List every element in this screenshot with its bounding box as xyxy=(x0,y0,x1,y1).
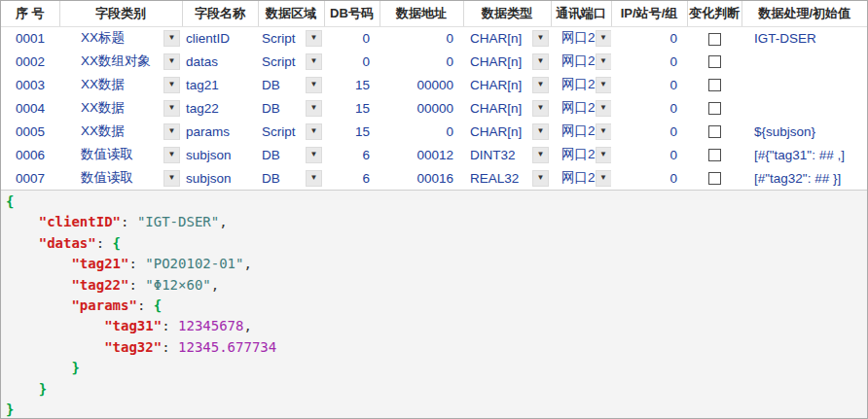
data-type-select[interactable]: CHAR[n]▼ xyxy=(463,50,551,73)
field-category-select[interactable]: XX数据▼ xyxy=(59,96,182,120)
db-number-cell[interactable]: 15 xyxy=(324,96,380,120)
field-name-cell[interactable]: subjson xyxy=(182,143,258,166)
field-name-cell[interactable]: tag21 xyxy=(182,73,258,96)
db-number-cell[interactable]: 6 xyxy=(324,166,380,190)
dropdown-arrow-icon[interactable]: ▼ xyxy=(532,100,549,117)
change-checkbox[interactable] xyxy=(708,33,721,46)
dropdown-arrow-icon[interactable]: ▼ xyxy=(596,100,611,117)
ip-station-cell[interactable]: 0 xyxy=(611,73,687,96)
dropdown-arrow-icon[interactable]: ▼ xyxy=(163,100,180,117)
ip-station-cell[interactable]: 0 xyxy=(611,26,687,50)
comm-port-select[interactable]: 网口2▼ xyxy=(551,26,611,50)
data-address-cell[interactable]: 00012 xyxy=(380,143,463,166)
dropdown-arrow-icon[interactable]: ▼ xyxy=(596,77,611,93)
change-checkbox[interactable] xyxy=(708,55,721,68)
dropdown-arrow-icon[interactable]: ▼ xyxy=(163,30,180,47)
init-value-cell[interactable] xyxy=(741,73,867,96)
dropdown-arrow-icon[interactable]: ▼ xyxy=(163,53,180,70)
data-type-select[interactable]: REAL32▼ xyxy=(463,166,551,190)
init-value-cell[interactable]: [#"tag32": ## }] xyxy=(741,166,867,190)
field-category-select[interactable]: XX数据▼ xyxy=(59,73,182,96)
ip-station-cell[interactable]: 0 xyxy=(611,50,687,73)
ip-station-cell[interactable]: 0 xyxy=(611,120,687,143)
dropdown-arrow-icon[interactable]: ▼ xyxy=(306,123,322,140)
dropdown-arrow-icon[interactable]: ▼ xyxy=(163,77,180,93)
field-category-select[interactable]: XX数据▼ xyxy=(59,120,182,143)
comm-port-select[interactable]: 网口2▼ xyxy=(551,50,611,73)
data-address-cell[interactable]: 00000 xyxy=(380,96,463,120)
dropdown-arrow-icon[interactable]: ▼ xyxy=(532,123,549,140)
data-address-cell[interactable]: 0 xyxy=(380,50,463,73)
dropdown-arrow-icon[interactable]: ▼ xyxy=(532,77,549,93)
json-line: "tag21": "PO20102-01", xyxy=(6,254,867,274)
field-name-cell[interactable]: params xyxy=(182,120,258,143)
data-area-select[interactable]: DB▼ xyxy=(258,143,324,166)
data-area-select[interactable]: DB▼ xyxy=(258,73,324,96)
change-checkbox[interactable] xyxy=(708,125,721,138)
ip-station-cell[interactable]: 0 xyxy=(611,143,687,166)
db-number-cell[interactable]: 15 xyxy=(324,73,380,96)
data-address-cell[interactable]: 00000 xyxy=(380,73,463,96)
field-category-select[interactable]: XX数组对象▼ xyxy=(59,50,182,73)
dropdown-arrow-icon[interactable]: ▼ xyxy=(163,123,180,140)
change-checkbox[interactable] xyxy=(708,102,721,115)
data-area-select[interactable]: DB▼ xyxy=(258,166,324,190)
change-checkbox[interactable] xyxy=(708,149,721,161)
comm-port-select[interactable]: 网口2▼ xyxy=(551,143,611,166)
init-value-cell[interactable] xyxy=(741,96,867,120)
ip-station-cell[interactable]: 0 xyxy=(611,96,687,120)
dropdown-arrow-icon[interactable]: ▼ xyxy=(532,30,549,47)
field-name-cell[interactable]: subjson xyxy=(182,166,258,190)
db-number-cell[interactable]: 0 xyxy=(324,26,380,50)
ip-station-cell[interactable]: 0 xyxy=(611,166,687,190)
json-token-b: } xyxy=(39,381,47,397)
change-checkbox[interactable] xyxy=(708,79,721,91)
db-number-cell[interactable]: 0 xyxy=(324,50,380,73)
dropdown-arrow-icon[interactable]: ▼ xyxy=(306,147,322,163)
data-area-select[interactable]: Script▼ xyxy=(258,120,324,143)
data-area-select[interactable]: DB▼ xyxy=(258,96,324,120)
data-type-select[interactable]: CHAR[n]▼ xyxy=(463,26,551,50)
change-checkbox[interactable] xyxy=(708,172,721,185)
data-address-cell[interactable]: 00016 xyxy=(380,166,463,190)
dropdown-arrow-icon[interactable]: ▼ xyxy=(306,53,322,70)
dropdown-arrow-icon[interactable]: ▼ xyxy=(532,170,549,187)
init-value-cell[interactable]: [#{"tag31": ## ,] xyxy=(741,143,867,166)
data-address-cell[interactable]: 0 xyxy=(380,120,463,143)
dropdown-arrow-icon[interactable]: ▼ xyxy=(163,170,180,187)
init-value-cell[interactable] xyxy=(741,50,867,73)
dropdown-arrow-icon[interactable]: ▼ xyxy=(596,170,611,187)
db-number-cell[interactable]: 15 xyxy=(324,120,380,143)
data-address-cell[interactable]: 0 xyxy=(380,26,463,50)
comm-port-select[interactable]: 网口2▼ xyxy=(551,73,611,96)
dropdown-arrow-icon[interactable]: ▼ xyxy=(596,147,611,163)
data-type-select[interactable]: CHAR[n]▼ xyxy=(463,96,551,120)
dropdown-arrow-icon[interactable]: ▼ xyxy=(306,100,322,117)
field-category-select[interactable]: 数值读取▼ xyxy=(59,143,182,166)
dropdown-arrow-icon[interactable]: ▼ xyxy=(163,147,180,163)
init-value-cell[interactable]: ${subjson} xyxy=(741,120,867,143)
init-value-cell[interactable]: IGT-DSER xyxy=(741,26,867,50)
dropdown-arrow-icon[interactable]: ▼ xyxy=(306,30,322,47)
comm-port-select[interactable]: 网口2▼ xyxy=(551,120,611,143)
data-area-select[interactable]: Script▼ xyxy=(258,50,324,73)
dropdown-arrow-icon[interactable]: ▼ xyxy=(596,30,611,47)
field-category-select[interactable]: 数值读取▼ xyxy=(59,166,182,190)
comm-port-select[interactable]: 网口2▼ xyxy=(551,96,611,120)
db-number-cell[interactable]: 6 xyxy=(324,143,380,166)
data-area-select[interactable]: Script▼ xyxy=(258,26,324,50)
dropdown-arrow-icon[interactable]: ▼ xyxy=(306,77,322,93)
data-type-select[interactable]: DINT32▼ xyxy=(463,143,551,166)
field-name-cell[interactable]: datas xyxy=(182,50,258,73)
data-type-select[interactable]: CHAR[n]▼ xyxy=(463,120,551,143)
field-category-select[interactable]: XX标题▼ xyxy=(59,26,182,50)
comm-port-select[interactable]: 网口2▼ xyxy=(551,166,611,190)
dropdown-arrow-icon[interactable]: ▼ xyxy=(596,123,611,140)
dropdown-arrow-icon[interactable]: ▼ xyxy=(532,147,549,163)
field-name-cell[interactable]: clientID xyxy=(182,26,258,50)
dropdown-arrow-icon[interactable]: ▼ xyxy=(306,170,322,187)
dropdown-arrow-icon[interactable]: ▼ xyxy=(596,53,611,70)
data-type-select[interactable]: CHAR[n]▼ xyxy=(463,73,551,96)
field-name-cell[interactable]: tag22 xyxy=(182,96,258,120)
dropdown-arrow-icon[interactable]: ▼ xyxy=(532,53,549,70)
